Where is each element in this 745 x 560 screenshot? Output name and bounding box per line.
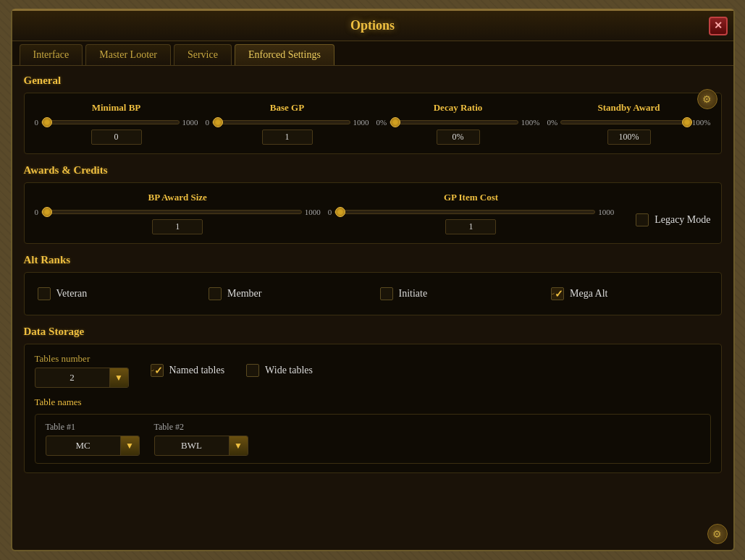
alt-ranks-section: Alt Ranks Veteran Member Initiate [24, 254, 722, 315]
table-1-entry: Table #1 MC ▼ [46, 422, 140, 456]
tables-row: Tables number 2 ▼ [35, 353, 711, 388]
minimal-bp-min: 0 [35, 118, 39, 127]
base-gp-track[interactable] [212, 120, 350, 124]
bp-award-size-max: 1000 [305, 208, 321, 216]
member-checkbox[interactable] [209, 287, 222, 300]
wide-tables-item: Wide tables [246, 364, 313, 377]
bp-award-size-thumb[interactable] [42, 207, 52, 217]
named-tables-options-row: Named tables Wide tables [151, 364, 313, 377]
gp-item-cost-input-container [445, 219, 496, 234]
table-1-dropdown: MC ▼ [46, 436, 140, 456]
alt-ranks-title: Alt Ranks [24, 254, 722, 266]
general-sliders-row: Minimal BP 0 1000 [35, 102, 711, 145]
veteran-checkbox[interactable] [38, 287, 51, 300]
gp-item-cost-label: GP Item Cost [444, 192, 498, 203]
table-2-entry: Table #2 BWL ▼ [154, 422, 248, 456]
mega-alt-checkbox[interactable] [551, 287, 564, 300]
tab-bar: Interface Master Looter Service Enforced… [12, 41, 733, 66]
standby-award-input[interactable] [607, 130, 651, 145]
bp-award-size-track[interactable] [41, 210, 302, 214]
bp-award-size-min: 0 [35, 208, 39, 216]
gp-item-cost-thumb[interactable] [335, 207, 345, 217]
mega-alt-label: Mega Alt [570, 288, 608, 300]
awards-box: BP Award Size 0 1000 [24, 182, 722, 244]
table-1-arrow[interactable]: ▼ [120, 436, 139, 455]
table-names-row: Table #1 MC ▼ Table #2 BWL ▼ [46, 422, 700, 456]
decay-ratio-thumb[interactable] [390, 117, 400, 127]
table-1-label: Table #1 [46, 422, 140, 433]
standby-award-max: 100% [692, 118, 711, 127]
legacy-mode-checkbox[interactable] [636, 213, 649, 226]
table-2-arrow[interactable]: ▼ [229, 436, 248, 455]
legacy-mode-group: Legacy Mode [636, 213, 710, 226]
options-window: Options ✕ Interface Master Looter Servic… [11, 9, 735, 551]
standby-award-group: Standby Award 0% 100% [547, 102, 711, 145]
decay-ratio-input[interactable] [437, 130, 480, 145]
base-gp-thumb[interactable] [213, 117, 223, 127]
decay-ratio-label: Decay Ratio [434, 102, 483, 114]
rank-item-initiate: Initiate [380, 287, 537, 300]
standby-award-min: 0% [547, 118, 558, 127]
veteran-label: Veteran [56, 288, 88, 300]
content-area: General Minimal BP 0 1000 [12, 66, 733, 550]
minimal-bp-input-container [91, 130, 142, 145]
base-gp-max: 1000 [353, 118, 369, 127]
standby-award-input-container [607, 130, 651, 145]
data-storage-box: Tables number 2 ▼ [24, 344, 722, 473]
tab-service[interactable]: Service [174, 44, 232, 65]
base-gp-input[interactable] [262, 130, 313, 145]
tables-number-value: 2 [35, 370, 109, 386]
named-tables-item: Named tables [151, 364, 225, 377]
gp-item-cost-min: 0 [328, 208, 332, 216]
mega-alt-checkmark-icon [552, 288, 555, 300]
tab-enforced-settings[interactable]: Enforced Settings [235, 44, 334, 65]
named-tables-checkbox[interactable] [151, 364, 164, 377]
alt-ranks-box: Veteran Member Initiate [24, 272, 722, 315]
bp-award-size-label: BP Award Size [148, 192, 206, 203]
initiate-checkbox[interactable] [380, 287, 393, 300]
table-2-label: Table #2 [154, 422, 248, 433]
standby-award-track[interactable] [560, 120, 689, 124]
bp-award-size-input-container [152, 219, 203, 234]
tables-number-control: 2 ▼ [35, 368, 129, 388]
awards-section: Awards & Credits BP Award Size 0 1000 [24, 164, 722, 244]
gp-item-cost-track[interactable] [334, 210, 595, 214]
gp-item-cost-input[interactable] [445, 219, 496, 234]
table-names-box: Table #1 MC ▼ Table #2 BWL ▼ [35, 414, 711, 464]
wide-tables-checkbox[interactable] [246, 364, 259, 377]
tables-number-arrow[interactable]: ▼ [109, 368, 128, 387]
named-tables-checkmark-icon [151, 365, 154, 376]
named-tables-label: Named tables [169, 365, 225, 376]
legacy-mode-label: Legacy Mode [654, 214, 710, 226]
close-button[interactable]: ✕ [709, 17, 728, 35]
scroll-top-icon[interactable]: ⚙ [697, 89, 717, 109]
standby-award-label: Standby Award [597, 102, 660, 114]
standby-award-track-container: 0% 100% [547, 118, 711, 127]
tab-interface[interactable]: Interface [20, 44, 83, 65]
decay-ratio-track[interactable] [390, 120, 518, 124]
minimal-bp-group: Minimal BP 0 1000 [35, 102, 198, 145]
base-gp-input-container [262, 130, 313, 145]
minimal-bp-label: Minimal BP [92, 102, 141, 114]
scroll-bottom-icon[interactable]: ⚙ [707, 524, 728, 544]
minimal-bp-thumb[interactable] [42, 117, 52, 127]
general-section: General Minimal BP 0 1000 [24, 75, 722, 154]
tab-master-looter[interactable]: Master Looter [85, 44, 171, 65]
minimal-bp-max: 1000 [182, 118, 198, 127]
gp-item-cost-track-container: 0 1000 [328, 208, 614, 216]
awards-title: Awards & Credits [24, 164, 722, 177]
data-storage-title: Data Storage [24, 326, 722, 338]
minimal-bp-track[interactable] [41, 120, 180, 124]
data-storage-section: Data Storage Tables number 2 ▼ [24, 326, 722, 473]
standby-award-thumb[interactable] [682, 117, 692, 127]
minimal-bp-track-container: 0 1000 [35, 118, 198, 127]
decay-ratio-max: 100% [521, 118, 540, 127]
bp-award-size-track-container: 0 1000 [35, 208, 321, 216]
decay-ratio-group: Decay Ratio 0% 100% [376, 102, 540, 145]
bp-award-size-input[interactable] [152, 219, 203, 234]
table-2-value: BWL [155, 438, 229, 454]
decay-ratio-min: 0% [376, 118, 387, 127]
rank-item-mega-alt: Mega Alt [551, 287, 708, 300]
minimal-bp-input[interactable] [91, 130, 142, 145]
alt-ranks-row: Veteran Member Initiate [35, 281, 711, 306]
